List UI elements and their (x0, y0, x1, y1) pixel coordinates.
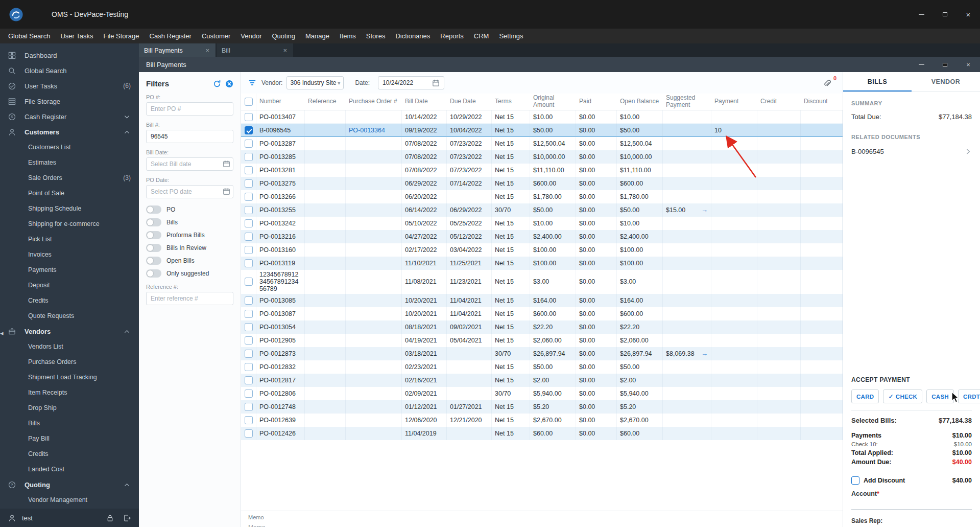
payment-input-cell[interactable] (711, 427, 757, 440)
table-row[interactable]: PO-001325506/14/202206/29/202230/70$50.0… (241, 203, 843, 217)
row-checkbox[interactable] (245, 296, 253, 305)
po-date-input[interactable] (146, 185, 233, 198)
table-row[interactable]: PO-001340710/14/202210/29/2022Net 15$10.… (241, 110, 843, 124)
table-row[interactable]: 12345678912345678912345678911/08/202111/… (241, 270, 843, 294)
inner-close-button[interactable]: × (957, 57, 980, 72)
row-checkbox[interactable] (245, 206, 253, 214)
menu-item-customer[interactable]: Customer (197, 29, 235, 43)
row-checkbox[interactable] (245, 126, 253, 134)
menu-item-cash-register[interactable]: Cash Register (145, 29, 197, 43)
row-checkbox[interactable] (245, 233, 253, 241)
menu-item-file-storage[interactable]: File Storage (98, 29, 144, 43)
row-checkbox[interactable] (245, 363, 253, 371)
payment-method-card-button[interactable]: CARD (851, 389, 879, 403)
calendar-icon[interactable] (223, 188, 230, 195)
sidebar-item-vendors-list[interactable]: Vendors List (0, 339, 139, 354)
sidebar-item-payments[interactable]: Payments (0, 262, 139, 278)
row-checkbox[interactable] (245, 140, 253, 148)
inner-restore-button[interactable] (933, 57, 957, 72)
toggle-only-suggested[interactable]: Only suggested (146, 269, 233, 278)
apply-suggested-arrow-icon[interactable]: → (701, 206, 708, 214)
payment-input-cell[interactable] (711, 243, 757, 257)
row-checkbox[interactable] (245, 113, 253, 121)
table-row[interactable]: PO-001281702/16/2021Net 15$2.00$0.00$2.0… (241, 374, 843, 387)
row-checkbox[interactable] (245, 193, 253, 201)
sidebar-item-landed-cost[interactable]: Landed Cost (0, 462, 139, 477)
toggle-switch[interactable] (146, 205, 161, 214)
payment-date-input[interactable]: 10/24/2022 (378, 76, 444, 89)
column-header-terms[interactable]: Terms (492, 97, 530, 106)
row-checkbox[interactable] (245, 310, 253, 318)
column-header-bill-date[interactable]: Bill Date (402, 97, 447, 106)
sidebar-item-user-tasks[interactable]: User Tasks(6) (0, 78, 139, 94)
row-checkbox[interactable] (245, 323, 253, 331)
toggle-bills[interactable]: Bills (146, 218, 233, 226)
sidebar-item-shipping-for-e-commerce[interactable]: Shipping for e-commerce (0, 216, 139, 232)
menu-item-settings[interactable]: Settings (494, 29, 528, 43)
payment-method-check-button[interactable]: ✓CHECK (883, 389, 922, 403)
table-row[interactable]: PO-001327506/29/202207/14/2022Net 15$600… (241, 177, 843, 190)
purchase-order-link[interactable]: PO-0013364 (349, 127, 385, 134)
sidebar-item-estimates[interactable]: Estimates (0, 155, 139, 170)
sidebar-item-purchase-orders[interactable]: Purchase Orders (0, 354, 139, 370)
row-checkbox[interactable] (245, 336, 253, 345)
sidebar-item-sale-orders[interactable]: Sale Orders(3) (0, 170, 139, 186)
menu-item-items[interactable]: Items (334, 29, 361, 43)
select-all-checkbox[interactable] (245, 98, 253, 106)
clear-filters-button[interactable] (225, 80, 233, 88)
memo-input[interactable]: Memo (248, 524, 835, 527)
column-header-open-balance[interactable]: Open Balance (617, 97, 663, 106)
row-checkbox[interactable] (245, 429, 253, 438)
payment-method-cash-button[interactable]: CASH (926, 389, 954, 403)
sidebar-item-shipment-load-tracking[interactable]: Shipment Load Tracking (0, 370, 139, 385)
tab-close-icon[interactable]: × (282, 47, 288, 54)
table-row[interactable]: PO-001305408/18/202109/02/2021Net 15$22.… (241, 320, 843, 334)
table-row[interactable]: PO-001308710/20/202111/04/2021Net 15$600… (241, 307, 843, 320)
column-header-due-date[interactable]: Due Date (447, 97, 492, 106)
column-header-number[interactable]: Number (256, 97, 305, 106)
sidebar-collapse-handle[interactable]: ◂ (0, 330, 4, 336)
payment-input-cell[interactable] (711, 177, 757, 190)
calendar-icon[interactable] (223, 160, 230, 168)
payment-input-cell[interactable]: 10 (711, 124, 757, 137)
bill-number-input[interactable] (146, 130, 233, 143)
refresh-filters-button[interactable] (213, 80, 221, 88)
sidebar-item-shipping-schedule[interactable]: Shipping Schedule (0, 201, 139, 216)
column-header-paid[interactable]: Paid (576, 97, 617, 106)
table-row[interactable]: PO-001263912/06/202012/21/2020Net 15$2,6… (241, 414, 843, 427)
panel-tab-vendor[interactable]: VENDOR (912, 72, 980, 91)
table-row[interactable]: PO-001287303/18/202130/70$26,897.94$0.00… (241, 347, 843, 360)
tab-bill[interactable]: Bill× (217, 43, 293, 57)
menu-item-global-search[interactable]: Global Search (3, 29, 55, 43)
table-row[interactable]: PO-001326606/20/2022Net 15$1,780.00$0.00… (241, 190, 843, 203)
row-checkbox[interactable] (245, 166, 253, 174)
column-header-suggested-payment[interactable]: Suggested Payment (663, 94, 711, 110)
table-row[interactable]: PO-001274801/12/202101/27/2021Net 15$5.2… (241, 400, 843, 414)
sidebar-item-bills[interactable]: Bills (0, 416, 139, 431)
menu-item-user-tasks[interactable]: User Tasks (55, 29, 98, 43)
payment-input-cell[interactable] (711, 307, 757, 320)
sidebar-item-point-of-sale[interactable]: Point of Sale (0, 186, 139, 201)
sidebar-item-invoices[interactable]: Invoices (0, 247, 139, 262)
column-header-reference[interactable]: Reference (305, 97, 346, 106)
lock-icon[interactable] (106, 514, 114, 522)
toggle-open-bills[interactable]: Open Bills (146, 257, 233, 265)
sidebar-item-customers[interactable]: Customers (0, 124, 139, 140)
toggle-switch[interactable] (146, 218, 161, 226)
table-row[interactable]: PO-001311911/10/202111/25/2021Net 15$100… (241, 257, 843, 270)
row-checkbox[interactable] (245, 219, 253, 227)
sidebar-item-pay-bill[interactable]: Pay Bill (0, 431, 139, 446)
menu-item-reports[interactable]: Reports (435, 29, 469, 43)
add-discount-checkbox[interactable] (851, 476, 859, 485)
table-row[interactable]: PO-001316002/17/202203/04/2022Net 15$100… (241, 243, 843, 257)
row-checkbox[interactable] (245, 403, 253, 411)
related-document-row[interactable]: B-0096545 (851, 148, 972, 155)
sidebar-item-quoting[interactable]: ?Quoting (0, 477, 139, 492)
payment-input-cell[interactable] (711, 360, 757, 374)
inner-minimize-button[interactable] (910, 57, 933, 72)
payment-input-cell[interactable] (711, 110, 757, 124)
account-input[interactable] (851, 498, 972, 510)
bill-date-input[interactable] (146, 157, 233, 171)
column-header-original-amount[interactable]: Original Amount (530, 94, 576, 110)
attachments-button[interactable]: 0 (823, 79, 835, 87)
